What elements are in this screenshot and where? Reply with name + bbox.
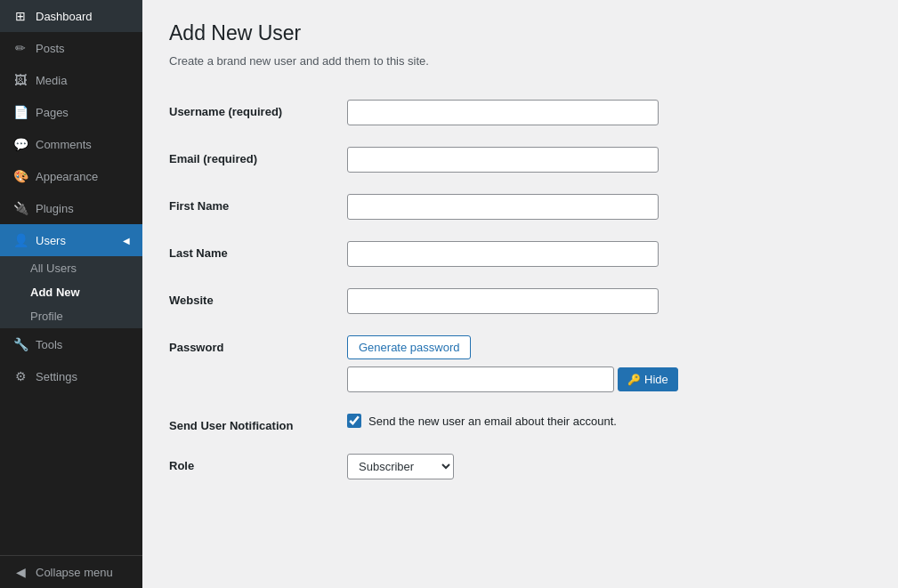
sidebar-item-label: Plugins xyxy=(36,202,74,215)
users-icon: 👤 xyxy=(12,233,28,247)
website-field-wrap xyxy=(347,288,871,314)
lastname-label: Last Name xyxy=(169,241,347,260)
firstname-row: First Name xyxy=(169,183,871,230)
hide-label: Hide xyxy=(644,373,668,386)
password-label: Password xyxy=(169,335,347,354)
username-input[interactable] xyxy=(347,100,659,125)
role-label: Role xyxy=(169,454,347,472)
password-input-wrap: 🔑 Hide xyxy=(347,366,871,392)
users-submenu: All Users Add New Profile xyxy=(0,256,142,328)
notification-row: Send User Notification Send the new user… xyxy=(169,403,871,443)
dashboard-icon: ⊞ xyxy=(12,9,28,23)
sidebar-item-tools[interactable]: 🔧 Tools xyxy=(0,328,142,360)
sidebar-item-label: Posts xyxy=(36,42,65,55)
lastname-row: Last Name xyxy=(169,230,871,278)
role-select[interactable]: Subscriber Contributor Author Editor Adm… xyxy=(347,454,454,479)
sidebar-item-users[interactable]: 👤 Users ◀ xyxy=(0,224,142,256)
sidebar-item-label: Dashboard xyxy=(36,10,93,23)
tools-icon: 🔧 xyxy=(12,337,28,351)
users-arrow: ◀ xyxy=(123,236,130,246)
page-subtitle: Create a brand new user and add them to … xyxy=(169,54,871,68)
main-content: Add New User Create a brand new user and… xyxy=(142,0,898,588)
password-input[interactable] xyxy=(347,366,614,392)
sidebar-item-media[interactable]: 🖼 Media xyxy=(0,64,142,96)
sidebar-item-posts[interactable]: ✏ Posts xyxy=(0,32,142,64)
sidebar-item-dashboard[interactable]: ⊞ Dashboard xyxy=(0,0,142,32)
lastname-field-wrap xyxy=(347,241,871,267)
email-label: Email (required) xyxy=(169,147,347,165)
sidebar-item-label: Appearance xyxy=(36,170,98,183)
sidebar-item-label: Settings xyxy=(36,370,77,383)
sidebar: ⊞ Dashboard ✏ Posts 🖼 Media 📄 Pages 💬 Co… xyxy=(0,0,142,588)
sidebar-item-settings[interactable]: ⚙ Settings xyxy=(0,360,142,392)
notification-checkbox-label[interactable]: Send the new user an email about their a… xyxy=(347,414,871,428)
lastname-input[interactable] xyxy=(347,241,659,267)
sidebar-item-comments[interactable]: 💬 Comments xyxy=(0,128,142,160)
sidebar-item-label: Media xyxy=(36,74,67,87)
notification-field-wrap: Send the new user an email about their a… xyxy=(347,414,871,428)
collapse-label: Collapse menu xyxy=(36,566,113,579)
posts-icon: ✏ xyxy=(12,41,28,55)
role-row: Role Subscriber Contributor Author Edito… xyxy=(169,443,871,490)
website-label: Website xyxy=(169,288,347,307)
settings-icon: ⚙ xyxy=(12,369,28,383)
username-row: Username (required) xyxy=(169,89,871,136)
sidebar-item-appearance[interactable]: 🎨 Appearance xyxy=(0,160,142,192)
username-field xyxy=(347,100,871,125)
sidebar-item-label: Comments xyxy=(36,138,92,151)
collapse-menu-button[interactable]: ◀ Collapse menu xyxy=(0,555,142,588)
plugins-icon: 🔌 xyxy=(12,201,28,215)
username-label: Username (required) xyxy=(169,100,347,118)
website-row: Website xyxy=(169,278,871,325)
sidebar-item-profile[interactable]: Profile xyxy=(0,304,142,328)
appearance-icon: 🎨 xyxy=(12,169,28,183)
sidebar-item-plugins[interactable]: 🔌 Plugins xyxy=(0,192,142,224)
role-field-wrap: Subscriber Contributor Author Editor Adm… xyxy=(347,454,871,479)
comments-icon: 💬 xyxy=(12,137,28,151)
notification-text: Send the new user an email about their a… xyxy=(368,415,617,428)
website-input[interactable] xyxy=(347,288,659,314)
email-field-wrap xyxy=(347,147,871,173)
generate-password-button[interactable]: Generate password xyxy=(347,335,471,359)
sidebar-item-pages[interactable]: 📄 Pages xyxy=(0,96,142,128)
sidebar-item-label: Pages xyxy=(36,106,69,119)
email-input[interactable] xyxy=(347,147,659,173)
password-row: Password Generate password 🔑 Hide xyxy=(169,325,871,403)
collapse-icon: ◀ xyxy=(12,565,28,579)
sidebar-item-all-users[interactable]: All Users xyxy=(0,256,142,280)
sidebar-item-label: Users xyxy=(36,234,66,247)
notification-checkbox[interactable] xyxy=(347,414,361,428)
key-icon: 🔑 xyxy=(627,374,641,386)
sidebar-item-label: Tools xyxy=(36,338,62,351)
email-row: Email (required) xyxy=(169,136,871,183)
pages-icon: 📄 xyxy=(12,105,28,119)
notification-label: Send User Notification xyxy=(169,414,347,432)
media-icon: 🖼 xyxy=(12,73,28,87)
page-title: Add New User xyxy=(169,21,871,45)
sidebar-item-add-new[interactable]: Add New xyxy=(0,280,142,304)
password-field-wrap: Generate password 🔑 Hide xyxy=(347,335,871,392)
firstname-input[interactable] xyxy=(347,194,659,220)
hide-password-button[interactable]: 🔑 Hide xyxy=(618,367,678,391)
firstname-field-wrap xyxy=(347,194,871,220)
firstname-label: First Name xyxy=(169,194,347,213)
